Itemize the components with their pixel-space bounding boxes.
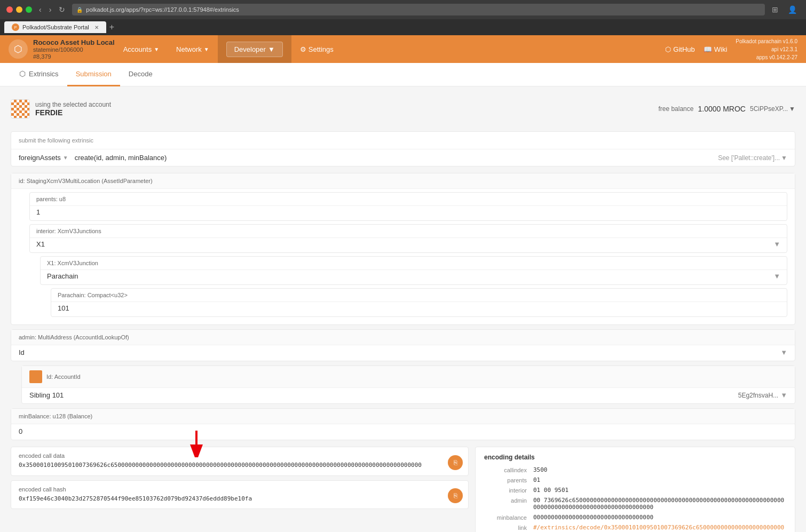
forward-btn[interactable]: › <box>46 4 54 15</box>
see-link-text: See ['Pallet::create']... <box>718 154 780 162</box>
minimize-window-btn[interactable] <box>16 6 22 13</box>
encoding-title: encoding details <box>484 454 786 461</box>
nav-network-arrow: ▼ <box>204 46 209 52</box>
back-btn[interactable]: ‹ <box>36 4 44 15</box>
new-tab-btn[interactable]: + <box>109 22 114 32</box>
nav-settings[interactable]: ⚙ Settings <box>291 35 342 63</box>
wiki-link[interactable]: 📖 Wiki <box>704 45 728 53</box>
copy-call-data-btn[interactable]: ⎘ <box>448 455 463 470</box>
parachain-value[interactable]: 101 <box>51 302 787 316</box>
encoding-callindex-key: callindex <box>484 466 527 473</box>
wiki-icon: 📖 <box>704 45 712 53</box>
id-accountid-value[interactable]: Sibling 101 <box>29 391 64 399</box>
pallet-selector[interactable]: foreignAssets ▼ <box>19 154 68 162</box>
x1-dropdown-icon[interactable]: ▼ <box>773 272 780 280</box>
encoding-interior-val: 01 00 9501 <box>533 487 786 494</box>
encoding-callindex-row: callindex 3500 <box>484 466 786 473</box>
nav-network[interactable]: Network ▼ <box>168 35 218 63</box>
encoded-call-hash-card: encoded call hash 0xf159e46c3040b23d2752… <box>11 480 469 510</box>
nav-accounts[interactable]: Accounts ▼ <box>115 35 168 63</box>
encoding-link-row: link #/extrinsics/decode/0x3500010100950… <box>484 524 786 532</box>
chain-info: Rococo Asset Hub Local statemine/1006000… <box>33 38 115 60</box>
encoding-table: callindex 3500 parents 01 interior 01 00… <box>484 466 786 532</box>
account-left: using the selected account FERDIE <box>11 99 111 118</box>
parents-value[interactable]: 1 <box>30 206 787 220</box>
sub-nav: ⬡ Extrinsics Submission Decode <box>0 63 806 86</box>
pallet-value: foreignAssets <box>19 154 61 162</box>
refresh-btn[interactable]: ↻ <box>56 4 68 15</box>
admin-body: Id ▼ <box>11 345 795 361</box>
id-accountid-section: Id: AccountId Sibling 101 5Eg2fnsvaH... … <box>21 366 795 404</box>
encoding-minbalance-val: 0000000000000000000000000000000000 <box>533 514 786 521</box>
extensions-btn[interactable]: ⊞ <box>769 4 781 15</box>
encoding-minbalance-key: minbalance <box>484 514 527 521</box>
logo-area[interactable]: ⬡ Rococo Asset Hub Local statemine/10060… <box>9 38 115 60</box>
browser-chrome: ‹ › ↻ 🔒 polkadot.js.org/apps/?rpc=ws://1… <box>0 0 806 19</box>
interior-value: X1 <box>36 240 45 248</box>
tab-decode-label: Decode <box>129 70 153 78</box>
maximize-window-btn[interactable] <box>26 6 32 13</box>
browser-navigation: ‹ › ↻ <box>36 4 68 15</box>
interior-field: interior: XcmV3Junctions X1 ▼ <box>29 224 787 253</box>
version-line1: Polkadot parachain v1.6.0 <box>736 37 797 45</box>
encoded-call-hash-label: encoded call hash <box>19 486 461 493</box>
pallet-dropdown-icon: ▼ <box>63 155 68 161</box>
tab-close-btn[interactable]: ✕ <box>94 25 99 30</box>
x1-label: X1: XcmV3Junction <box>41 257 787 270</box>
extrinsics-icon: ⬡ <box>19 69 26 78</box>
account-name: FERDIE <box>35 108 111 117</box>
interior-dropdown-icon[interactable]: ▼ <box>773 240 780 248</box>
tab-bar: P Polkadot/Substrate Portal ✕ + <box>0 19 806 35</box>
account-right: free balance 1.0000 MROC 5CiPPseXP... ▼ <box>658 105 795 113</box>
chain-name: Rococo Asset Hub Local <box>33 38 115 47</box>
admin-value: Id <box>19 348 25 356</box>
bottom-section: encoded call data 0x35000101009501007369… <box>11 447 795 532</box>
copy-call-hash-btn[interactable]: ⎘ <box>448 488 463 503</box>
minbalance-value[interactable]: 0 <box>19 427 22 435</box>
interior-label: interior: XcmV3Junctions <box>30 225 787 238</box>
tab-submission-label: Submission <box>76 70 112 78</box>
close-window-btn[interactable] <box>6 6 13 13</box>
id-accountid-label: Id: AccountId <box>22 366 795 388</box>
parents-field: parents: u8 1 <box>29 192 787 221</box>
encoding-link-val[interactable]: #/extrinsics/decode/0x350001010095010073… <box>533 524 786 532</box>
profile-btn[interactable]: 👤 <box>785 4 800 15</box>
address-bar[interactable]: 🔒 polkadot.js.org/apps/?rpc=ws://127.0.0… <box>72 4 765 15</box>
encoded-left: encoded call data 0x35000101009501007369… <box>11 447 469 532</box>
parachain-field: Parachain: Compact<u32> 101 <box>51 288 787 317</box>
tab-decode[interactable]: Decode <box>120 63 161 86</box>
nav-developer[interactable]: Developer ▼ <box>218 35 291 63</box>
address-text: 5CiPPseXP... <box>750 105 788 113</box>
tab-extrinsics[interactable]: ⬡ Extrinsics <box>11 63 67 86</box>
version-line2: api v12.3.1 <box>736 45 797 53</box>
main-nav: Accounts ▼ Network ▼ Developer ▼ ⚙ Setti… <box>115 35 666 63</box>
tab-submission[interactable]: Submission <box>67 63 120 86</box>
tab-favicon: P <box>12 23 19 31</box>
encoded-call-data-value: 0x35000101009501007369626c65000000000000… <box>19 461 461 470</box>
using-label: using the selected account <box>35 101 111 108</box>
id-accountid-dropdown-icon[interactable]: ▼ <box>780 391 787 399</box>
see-link[interactable]: See ['Pallet::create']... ▼ <box>718 154 787 162</box>
wiki-label: Wiki <box>714 45 728 53</box>
active-tab[interactable]: P Polkadot/Substrate Portal ✕ <box>4 21 106 33</box>
balance-address[interactable]: 5CiPPseXP... ▼ <box>750 105 795 113</box>
accountid-avatar <box>29 370 42 383</box>
version-info: Polkadot parachain v1.6.0 api v12.3.1 ap… <box>736 37 797 61</box>
x1-body[interactable]: Parachain ▼ <box>41 270 787 284</box>
encoding-admin-row: admin 00 7369626c65000000000000000000000… <box>484 497 786 511</box>
admin-dropdown-icon[interactable]: ▼ <box>780 348 787 356</box>
encoding-admin-key: admin <box>484 497 527 504</box>
github-icon: ⬡ <box>665 45 671 53</box>
minbalance-label: minBalance: u128 (Balance) <box>11 409 795 424</box>
id-body: parents: u8 1 interior: XcmV3Junctions X… <box>11 189 795 324</box>
developer-button[interactable]: Developer ▼ <box>226 42 283 57</box>
interior-body[interactable]: X1 ▼ <box>30 238 787 252</box>
id-accountid-body: Sibling 101 5Eg2fnsvaH... ▼ <box>22 388 795 403</box>
app-header: ⬡ Rococo Asset Hub Local statemine/10060… <box>0 35 806 63</box>
encoding-admin-val: 00 7369626c65000000000000000000000000000… <box>533 497 786 511</box>
github-link[interactable]: ⬡ GitHub <box>665 45 694 53</box>
account-row: using the selected account FERDIE free b… <box>11 95 795 123</box>
window-controls <box>6 6 32 13</box>
github-label: GitHub <box>673 45 694 53</box>
call-value: create(id, admin, minBalance) <box>75 154 167 162</box>
